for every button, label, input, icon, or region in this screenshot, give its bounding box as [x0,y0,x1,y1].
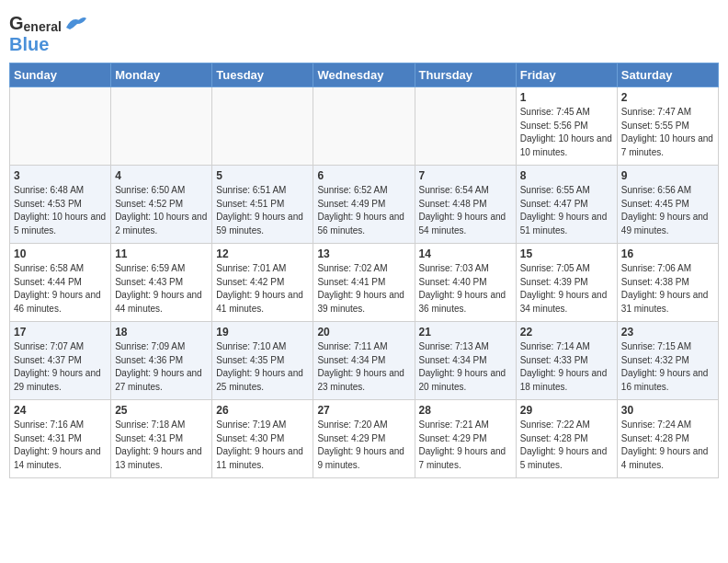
day-info: Sunrise: 7:01 AM Sunset: 4:42 PM Dayligh… [216,262,309,316]
day-number: 23 [621,326,714,339]
day-info: Sunrise: 7:16 AM Sunset: 4:31 PM Dayligh… [14,419,107,472]
day-info: Sunrise: 7:13 AM Sunset: 4:34 PM Dayligh… [419,340,512,394]
day-info: Sunrise: 7:21 AM Sunset: 4:29 PM Dayligh… [419,419,512,472]
day-info: Sunrise: 7:20 AM Sunset: 4:29 PM Dayligh… [317,419,410,472]
day-info: Sunrise: 7:18 AM Sunset: 4:31 PM Dayligh… [115,419,208,472]
weekday-header-tuesday: Tuesday [212,63,313,87]
calendar-cell: 16Sunrise: 7:06 AM Sunset: 4:38 PM Dayli… [617,244,718,322]
calendar-cell: 29Sunrise: 7:22 AM Sunset: 4:28 PM Dayli… [516,400,617,478]
calendar-cell: 9Sunrise: 6:56 AM Sunset: 4:45 PM Daylig… [617,166,718,244]
day-info: Sunrise: 7:03 AM Sunset: 4:40 PM Dayligh… [419,262,512,316]
weekday-header-monday: Monday [111,63,212,87]
day-number: 24 [14,404,107,417]
weekday-header-wednesday: Wednesday [313,63,415,87]
calendar-cell: 20Sunrise: 7:11 AM Sunset: 4:34 PM Dayli… [313,322,415,400]
day-info: Sunrise: 7:24 AM Sunset: 4:28 PM Dayligh… [621,419,714,472]
calendar-cell [10,87,111,166]
day-number: 18 [115,326,208,339]
calendar-cell: 3Sunrise: 6:48 AM Sunset: 4:53 PM Daylig… [10,166,111,244]
day-number: 6 [317,169,410,182]
day-info: Sunrise: 6:51 AM Sunset: 4:51 PM Dayligh… [216,184,309,237]
day-info: Sunrise: 7:06 AM Sunset: 4:38 PM Dayligh… [621,262,714,316]
day-number: 25 [115,404,208,417]
weekday-header-thursday: Thursday [415,63,516,87]
logo-bird-icon [64,15,88,31]
logo-blue-text: Blue [9,34,49,55]
day-number: 8 [520,169,613,182]
calendar-cell: 22Sunrise: 7:14 AM Sunset: 4:33 PM Dayli… [516,322,617,400]
day-number: 12 [216,247,309,260]
day-number: 13 [317,247,410,260]
day-number: 19 [216,326,309,339]
calendar-cell [212,87,313,166]
logo-general-g: G [9,13,24,34]
day-number: 20 [317,326,410,339]
day-number: 17 [14,326,107,339]
day-info: Sunrise: 6:52 AM Sunset: 4:49 PM Dayligh… [317,184,410,237]
day-info: Sunrise: 6:59 AM Sunset: 4:43 PM Dayligh… [115,262,208,316]
calendar-week-1: 1Sunrise: 7:45 AM Sunset: 5:56 PM Daylig… [10,87,719,166]
day-number: 9 [621,169,714,182]
day-info: Sunrise: 7:10 AM Sunset: 4:35 PM Dayligh… [216,340,309,394]
day-info: Sunrise: 7:22 AM Sunset: 4:28 PM Dayligh… [520,419,613,472]
weekday-header-friday: Friday [516,63,617,87]
calendar-cell: 25Sunrise: 7:18 AM Sunset: 4:31 PM Dayli… [111,400,212,478]
day-number: 22 [520,326,613,339]
day-info: Sunrise: 6:50 AM Sunset: 4:52 PM Dayligh… [115,184,208,237]
day-info: Sunrise: 6:58 AM Sunset: 4:44 PM Dayligh… [14,262,107,316]
calendar-cell: 13Sunrise: 7:02 AM Sunset: 4:41 PM Dayli… [313,244,415,322]
day-number: 15 [520,247,613,260]
calendar-cell: 30Sunrise: 7:24 AM Sunset: 4:28 PM Dayli… [617,400,718,478]
calendar-cell: 15Sunrise: 7:05 AM Sunset: 4:39 PM Dayli… [516,244,617,322]
day-info: Sunrise: 7:05 AM Sunset: 4:39 PM Dayligh… [520,262,613,316]
weekday-header-saturday: Saturday [617,63,718,87]
day-info: Sunrise: 6:48 AM Sunset: 4:53 PM Dayligh… [14,184,107,237]
calendar-cell: 14Sunrise: 7:03 AM Sunset: 4:40 PM Dayli… [415,244,516,322]
day-number: 5 [216,169,309,182]
day-number: 26 [216,404,309,417]
calendar-cell: 18Sunrise: 7:09 AM Sunset: 4:36 PM Dayli… [111,322,212,400]
calendar-cell: 10Sunrise: 6:58 AM Sunset: 4:44 PM Dayli… [10,244,111,322]
day-number: 2 [621,91,714,104]
day-info: Sunrise: 7:02 AM Sunset: 4:41 PM Dayligh… [317,262,410,316]
calendar-week-4: 17Sunrise: 7:07 AM Sunset: 4:37 PM Dayli… [10,322,719,400]
day-info: Sunrise: 7:19 AM Sunset: 4:30 PM Dayligh… [216,419,309,472]
day-number: 7 [419,169,512,182]
day-number: 4 [115,169,208,182]
day-info: Sunrise: 6:55 AM Sunset: 4:47 PM Dayligh… [520,184,613,237]
day-info: Sunrise: 7:07 AM Sunset: 4:37 PM Dayligh… [14,340,107,394]
calendar-cell: 4Sunrise: 6:50 AM Sunset: 4:52 PM Daylig… [111,166,212,244]
day-number: 21 [419,326,512,339]
calendar-cell: 11Sunrise: 6:59 AM Sunset: 4:43 PM Dayli… [111,244,212,322]
logo-general-rest: eneral [24,19,62,34]
calendar-week-3: 10Sunrise: 6:58 AM Sunset: 4:44 PM Dayli… [10,244,719,322]
calendar-cell: 12Sunrise: 7:01 AM Sunset: 4:42 PM Dayli… [212,244,313,322]
weekday-header-sunday: Sunday [10,63,111,87]
day-number: 1 [520,91,613,104]
calendar-cell: 6Sunrise: 6:52 AM Sunset: 4:49 PM Daylig… [313,166,415,244]
day-info: Sunrise: 7:15 AM Sunset: 4:32 PM Dayligh… [621,340,714,394]
day-number: 29 [520,404,613,417]
day-number: 16 [621,247,714,260]
logo: G eneral Blue [9,9,88,55]
calendar-cell [111,87,212,166]
calendar-cell: 24Sunrise: 7:16 AM Sunset: 4:31 PM Dayli… [10,400,111,478]
day-info: Sunrise: 7:11 AM Sunset: 4:34 PM Dayligh… [317,340,410,394]
day-info: Sunrise: 7:09 AM Sunset: 4:36 PM Dayligh… [115,340,208,394]
calendar-cell: 21Sunrise: 7:13 AM Sunset: 4:34 PM Dayli… [415,322,516,400]
day-info: Sunrise: 6:54 AM Sunset: 4:48 PM Dayligh… [419,184,512,237]
day-info: Sunrise: 6:56 AM Sunset: 4:45 PM Dayligh… [621,184,714,237]
calendar-cell: 1Sunrise: 7:45 AM Sunset: 5:56 PM Daylig… [516,87,617,166]
calendar-cell: 28Sunrise: 7:21 AM Sunset: 4:29 PM Dayli… [415,400,516,478]
calendar-cell: 8Sunrise: 6:55 AM Sunset: 4:47 PM Daylig… [516,166,617,244]
calendar-cell: 17Sunrise: 7:07 AM Sunset: 4:37 PM Dayli… [10,322,111,400]
day-info: Sunrise: 7:47 AM Sunset: 5:55 PM Dayligh… [621,106,714,159]
calendar-cell: 19Sunrise: 7:10 AM Sunset: 4:35 PM Dayli… [212,322,313,400]
day-number: 28 [419,404,512,417]
calendar-cell: 26Sunrise: 7:19 AM Sunset: 4:30 PM Dayli… [212,400,313,478]
day-number: 14 [419,247,512,260]
calendar-cell [415,87,516,166]
calendar-cell [313,87,415,166]
calendar-table: SundayMondayTuesdayWednesdayThursdayFrid… [9,63,719,478]
day-number: 3 [14,169,107,182]
